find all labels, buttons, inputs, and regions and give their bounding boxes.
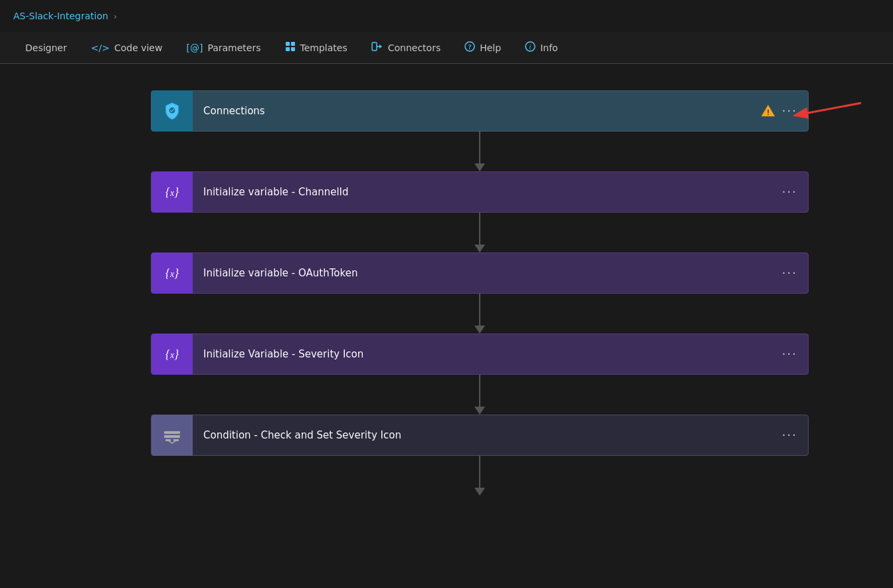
code-view-label: Code view <box>114 43 163 53</box>
condition-card[interactable]: Condition - Check and Set Severity Icon … <box>151 415 809 456</box>
svg-rect-0 <box>286 42 290 46</box>
oauthtoken-card[interactable]: {x} Initialize variable - OAuthToken ··· <box>151 252 809 294</box>
connector-arrow-2 <box>474 245 485 252</box>
connector-arrow-4 <box>474 407 485 415</box>
variable-icon-severity: {x} <box>165 347 179 361</box>
svg-rect-3 <box>291 47 295 51</box>
channelid-actions: ··· <box>782 186 797 198</box>
condition-label: Condition - Check and Set Severity Icon <box>203 429 401 441</box>
svg-rect-12 <box>164 435 180 438</box>
channelid-icon-box: {x} <box>151 171 193 213</box>
code-view-icon: </> <box>91 43 110 53</box>
connections-card[interactable]: Connections ! ··· <box>151 90 809 132</box>
connectors-label: Connectors <box>388 43 441 53</box>
connections-actions: ! ··· <box>761 104 797 118</box>
breadcrumb-chevron: › <box>114 11 117 21</box>
svg-rect-2 <box>286 47 290 51</box>
templates-label: Templates <box>300 43 347 53</box>
connectors-icon <box>371 41 383 54</box>
breadcrumb-bar: AS-Slack-Integration › <box>0 0 893 32</box>
connections-icon-box <box>151 90 193 132</box>
canvas: Connections ! ··· <box>0 64 893 585</box>
severity-label: Initialize Variable - Severity Icon <box>203 348 363 360</box>
condition-more-button[interactable]: ··· <box>782 429 797 441</box>
channelid-card-left: {x} Initialize variable - ChannelId <box>151 171 782 213</box>
connections-label: Connections <box>203 105 265 117</box>
variable-icon-channelid: {x} <box>165 185 179 199</box>
parameters-icon: [@] <box>186 43 203 53</box>
tab-designer[interactable]: Designer <box>13 32 79 63</box>
info-label: Info <box>540 43 558 53</box>
connector-3 <box>474 294 485 334</box>
connections-card-left: Connections <box>151 90 761 132</box>
connections-more-button[interactable]: ··· <box>782 105 797 117</box>
info-icon: i <box>525 41 536 54</box>
severity-card[interactable]: {x} Initialize Variable - Severity Icon … <box>151 334 809 375</box>
oauthtoken-more-button[interactable]: ··· <box>782 267 797 279</box>
variable-icon-oauthtoken: {x} <box>165 266 179 280</box>
connector-line-2 <box>479 213 480 245</box>
severity-more-button[interactable]: ··· <box>782 348 797 360</box>
svg-rect-11 <box>164 431 180 434</box>
connector-arrow-5 <box>474 488 485 496</box>
help-icon: ? <box>464 41 475 54</box>
connector-line-1 <box>479 132 480 163</box>
condition-card-left: Condition - Check and Set Severity Icon <box>151 415 782 456</box>
warning-icon: ! <box>761 104 775 118</box>
svg-text:i: i <box>530 43 532 50</box>
connector-line-5 <box>479 456 480 488</box>
severity-actions: ··· <box>782 348 797 360</box>
oauthtoken-icon-box: {x} <box>151 252 193 294</box>
breadcrumb-link[interactable]: AS-Slack-Integration <box>13 11 108 21</box>
tab-parameters[interactable]: [@] Parameters <box>174 32 272 63</box>
connector-1 <box>474 132 485 171</box>
oauthtoken-label: Initialize variable - OAuthToken <box>203 267 357 279</box>
tab-code-view[interactable]: </> Code view <box>79 32 175 63</box>
channelid-more-button[interactable]: ··· <box>782 186 797 198</box>
svg-rect-1 <box>291 42 295 46</box>
templates-icon <box>285 41 296 54</box>
tab-help[interactable]: ? Help <box>452 32 513 63</box>
tab-info[interactable]: i Info <box>513 32 570 63</box>
condition-actions: ··· <box>782 429 797 441</box>
svg-rect-4 <box>372 43 377 50</box>
svg-text:!: ! <box>767 109 769 116</box>
connector-5 <box>474 456 485 496</box>
svg-text:?: ? <box>468 43 472 50</box>
tab-bar: Designer </> Code view [@] Parameters Te… <box>0 32 893 64</box>
red-arrow-annotation <box>788 96 868 128</box>
oauthtoken-card-left: {x} Initialize variable - OAuthToken <box>151 252 782 294</box>
connector-4 <box>474 375 485 415</box>
channelid-card[interactable]: {x} Initialize variable - ChannelId ··· <box>151 171 809 213</box>
help-label: Help <box>480 43 501 53</box>
oauthtoken-actions: ··· <box>782 267 797 279</box>
shield-icon <box>163 102 181 120</box>
tab-templates[interactable]: Templates <box>273 32 359 63</box>
severity-card-left: {x} Initialize Variable - Severity Icon <box>151 334 782 375</box>
flow-container: Connections ! ··· <box>148 90 812 496</box>
connector-line-3 <box>479 294 480 326</box>
condition-icon-box <box>151 415 193 456</box>
severity-icon-box: {x} <box>151 334 193 375</box>
designer-label: Designer <box>25 43 67 53</box>
condition-icon <box>163 426 181 444</box>
parameters-label: Parameters <box>207 43 260 53</box>
connector-line-4 <box>479 375 480 407</box>
connector-arrow-3 <box>474 326 485 334</box>
connector-arrow-1 <box>474 163 485 171</box>
channelid-label: Initialize variable - ChannelId <box>203 186 349 198</box>
connector-2 <box>474 213 485 252</box>
tab-connectors[interactable]: Connectors <box>359 32 453 63</box>
